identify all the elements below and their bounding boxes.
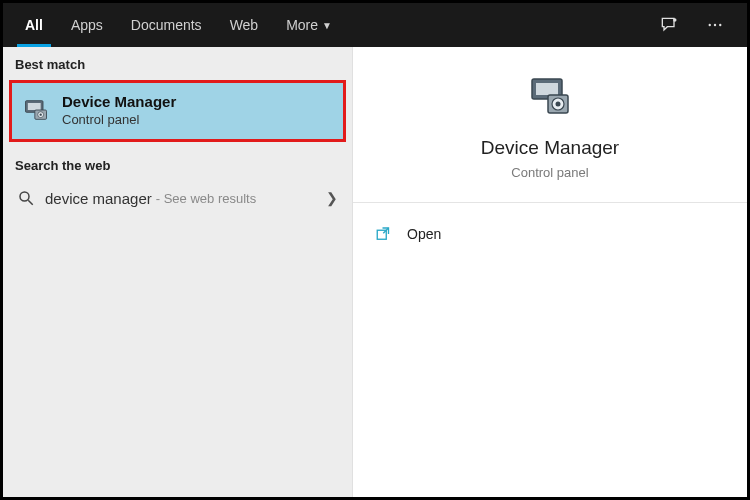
device-manager-icon (526, 73, 574, 121)
device-manager-icon (22, 96, 50, 124)
svg-point-3 (719, 24, 721, 26)
svg-point-1 (709, 24, 711, 26)
tab-all[interactable]: All (11, 3, 57, 47)
preview-actions: Open (353, 203, 747, 265)
open-label: Open (407, 226, 441, 242)
tab-label: Documents (131, 17, 202, 33)
tab-more[interactable]: More ▼ (272, 3, 346, 47)
tab-documents[interactable]: Documents (117, 3, 216, 47)
svg-rect-5 (28, 103, 41, 110)
svg-point-2 (714, 24, 716, 26)
search-scope-tabbar: All Apps Documents Web More ▼ (3, 3, 747, 47)
svg-point-0 (673, 18, 676, 21)
svg-point-15 (556, 102, 561, 107)
web-query-text: device manager (45, 190, 152, 207)
svg-line-10 (28, 200, 33, 205)
web-query-hint: - See web results (156, 191, 256, 206)
open-action[interactable]: Open (371, 217, 729, 251)
results-panel: Best match Device Manager Control panel (3, 47, 353, 497)
best-match-subtitle: Control panel (62, 112, 176, 127)
tab-label: Web (230, 17, 259, 33)
tab-label: All (25, 17, 43, 33)
svg-point-8 (40, 114, 42, 116)
preview-panel: Device Manager Control panel Open (353, 47, 747, 497)
best-match-title: Device Manager (62, 93, 176, 110)
open-icon (375, 225, 393, 243)
tab-web[interactable]: Web (216, 3, 273, 47)
tab-label: Apps (71, 17, 103, 33)
search-icon (17, 189, 35, 207)
tab-label: More (286, 17, 318, 33)
best-match-text: Device Manager Control panel (62, 93, 176, 127)
preview-hero: Device Manager Control panel (353, 47, 747, 203)
search-window: All Apps Documents Web More ▼ Best match (0, 0, 750, 500)
svg-rect-12 (536, 83, 558, 95)
tabbar-right-controls (655, 11, 739, 39)
web-search-result[interactable]: device manager - See web results ❯ (3, 179, 352, 217)
feedback-icon[interactable] (655, 11, 683, 39)
search-web-heading: Search the web (3, 148, 352, 179)
preview-subtitle: Control panel (363, 165, 737, 180)
best-match-heading: Best match (3, 47, 352, 78)
more-options-icon[interactable] (701, 11, 729, 39)
search-content: Best match Device Manager Control panel (3, 47, 747, 497)
tab-apps[interactable]: Apps (57, 3, 117, 47)
svg-point-9 (20, 192, 29, 201)
preview-title: Device Manager (363, 137, 737, 159)
chevron-right-icon: ❯ (326, 190, 338, 206)
best-match-result[interactable]: Device Manager Control panel (9, 80, 346, 142)
chevron-down-icon: ▼ (322, 20, 332, 31)
